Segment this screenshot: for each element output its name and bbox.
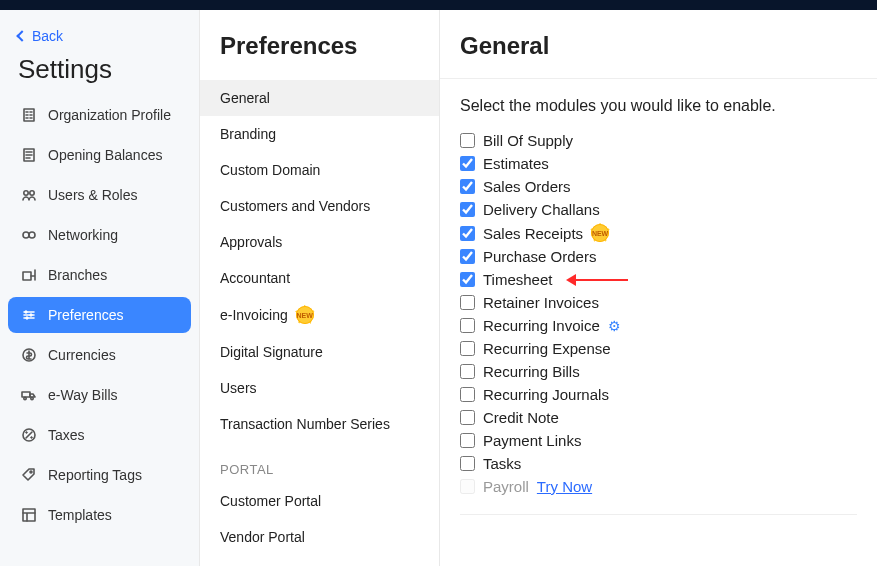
sidebar-item-currencies[interactable]: Currencies	[8, 337, 191, 373]
pref-item-label: Transaction Number Series	[220, 416, 390, 432]
template-icon	[20, 506, 38, 524]
module-checkbox[interactable]	[460, 364, 475, 379]
back-link[interactable]: Back	[8, 24, 191, 48]
users-icon	[20, 186, 38, 204]
module-checkbox[interactable]	[460, 179, 475, 194]
pref-item-transaction-number-series[interactable]: Transaction Number Series	[200, 406, 439, 442]
svg-point-12	[24, 397, 26, 399]
link-icon	[20, 226, 38, 244]
highlight-arrow-icon	[568, 279, 628, 281]
module-checkbox[interactable]	[460, 456, 475, 471]
module-label: Timesheet	[483, 271, 552, 288]
divider	[440, 78, 877, 79]
module-label: Estimates	[483, 155, 549, 172]
pref-item-custom-domain[interactable]: Custom Domain	[200, 152, 439, 188]
module-row-recurring-expense: Recurring Expense	[460, 337, 857, 360]
pref-item-label: Customers and Vendors	[220, 198, 370, 214]
try-now-link[interactable]: Try Now	[537, 478, 592, 495]
sidebar-item-templates[interactable]: Templates	[8, 497, 191, 533]
module-checkbox[interactable]	[460, 318, 475, 333]
sidebar-item-networking[interactable]: Networking	[8, 217, 191, 253]
sidebar-item-preferences[interactable]: Preferences	[8, 297, 191, 333]
pref-item-general[interactable]: General	[200, 80, 439, 116]
sidebar-item-label: Preferences	[48, 307, 123, 323]
pref-item-vendor-portal[interactable]: Vendor Portal	[200, 519, 439, 555]
svg-point-5	[29, 232, 35, 238]
svg-rect-18	[23, 509, 35, 521]
svg-point-8	[30, 314, 32, 316]
sidebar-item-e-way-bills[interactable]: e-Way Bills	[8, 377, 191, 413]
pref-item-label: Custom Domain	[220, 162, 320, 178]
module-checkbox[interactable]	[460, 249, 475, 264]
pref-item-customer-portal[interactable]: Customer Portal	[200, 483, 439, 519]
module-checkbox[interactable]	[460, 387, 475, 402]
module-label: Sales Orders	[483, 178, 571, 195]
sidebar-item-taxes[interactable]: Taxes	[8, 417, 191, 453]
pref-item-customers-and-vendors[interactable]: Customers and Vendors	[200, 188, 439, 224]
pref-item-label: Vendor Portal	[220, 529, 305, 545]
percent-icon	[20, 426, 38, 444]
module-row-tasks: Tasks	[460, 452, 857, 475]
module-row-recurring-bills: Recurring Bills	[460, 360, 857, 383]
gear-icon[interactable]: ⚙	[608, 318, 621, 334]
back-link-label: Back	[32, 28, 63, 44]
module-checkbox[interactable]	[460, 295, 475, 310]
pref-item-accountant[interactable]: Accountant	[200, 260, 439, 296]
new-badge-icon: NEW	[296, 306, 314, 324]
pref-item-digital-signature[interactable]: Digital Signature	[200, 334, 439, 370]
module-checkbox[interactable]	[460, 133, 475, 148]
pref-item-branding[interactable]: Branding	[200, 116, 439, 152]
module-row-delivery-challans: Delivery Challans	[460, 198, 857, 221]
svg-point-4	[23, 232, 29, 238]
sidebar-item-organization-profile[interactable]: Organization Profile	[8, 97, 191, 133]
pref-item-label: Customer Portal	[220, 493, 321, 509]
module-label: Recurring Expense	[483, 340, 611, 357]
sidebar-item-reporting-tags[interactable]: Reporting Tags	[8, 457, 191, 493]
module-checkbox[interactable]	[460, 272, 475, 287]
sidebar-item-users-roles[interactable]: Users & Roles	[8, 177, 191, 213]
pref-group-portal: PORTAL	[200, 442, 439, 483]
module-row-payment-links: Payment Links	[460, 429, 857, 452]
sliders-icon	[20, 306, 38, 324]
module-checkbox[interactable]	[460, 341, 475, 356]
preferences-title: Preferences	[200, 10, 439, 80]
sidebar-item-branches[interactable]: Branches	[8, 257, 191, 293]
svg-rect-6	[23, 272, 31, 280]
sidebar-item-opening-balances[interactable]: Opening Balances	[8, 137, 191, 173]
settings-title: Settings	[8, 48, 191, 97]
settings-sidebar: Back Settings Organization ProfileOpenin…	[0, 10, 200, 566]
module-checkbox[interactable]	[460, 410, 475, 425]
module-checkbox	[460, 479, 475, 494]
page-title: General	[460, 32, 857, 78]
pref-item-label: Approvals	[220, 234, 282, 250]
pref-item-users[interactable]: Users	[200, 370, 439, 406]
module-row-credit-note: Credit Note	[460, 406, 857, 429]
module-label: Purchase Orders	[483, 248, 596, 265]
general-panel: General Select the modules you would lik…	[440, 10, 877, 566]
building-icon	[20, 106, 38, 124]
pref-item-approvals[interactable]: Approvals	[200, 224, 439, 260]
truck-icon	[20, 386, 38, 404]
divider	[460, 514, 857, 515]
svg-point-3	[30, 191, 34, 195]
chevron-left-icon	[16, 30, 27, 41]
module-checkbox[interactable]	[460, 202, 475, 217]
pref-item-label: General	[220, 90, 270, 106]
module-row-payroll: PayrollTry Now	[460, 475, 857, 498]
app-titlebar	[0, 0, 877, 10]
module-label: Recurring Bills	[483, 363, 580, 380]
branch-icon	[20, 266, 38, 284]
module-checkbox[interactable]	[460, 156, 475, 171]
module-label: Retainer Invoices	[483, 294, 599, 311]
sidebar-item-label: Users & Roles	[48, 187, 137, 203]
module-row-timesheet: Timesheet	[460, 268, 857, 291]
module-row-retainer-invoices: Retainer Invoices	[460, 291, 857, 314]
section-lead: Select the modules you would like to ena…	[460, 97, 857, 115]
sidebar-item-label: Reporting Tags	[48, 467, 142, 483]
module-checkbox[interactable]	[460, 226, 475, 241]
module-checkbox[interactable]	[460, 433, 475, 448]
sidebar-item-label: Branches	[48, 267, 107, 283]
module-label: Payment Links	[483, 432, 581, 449]
pref-item-e-invoicing[interactable]: e-InvoicingNEW	[200, 296, 439, 334]
module-label: Sales Receipts	[483, 225, 583, 242]
